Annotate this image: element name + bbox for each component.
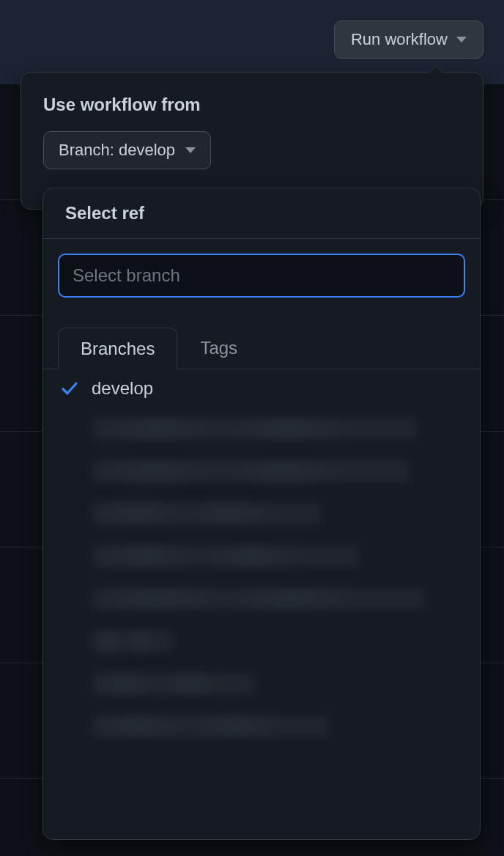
caret-down-icon: [185, 147, 196, 153]
branch-item-redacted[interactable]: [43, 492, 480, 535]
panel-title: Use workflow from: [43, 95, 461, 115]
branch-label: develop: [92, 378, 153, 399]
ref-tabs: Branches Tags: [43, 312, 480, 369]
branch-selector-label: Branch: develop: [59, 141, 175, 160]
branch-item-redacted[interactable]: [43, 663, 480, 705]
branch-item-selected[interactable]: develop: [43, 369, 480, 407]
branch-item-redacted[interactable]: [43, 705, 480, 748]
branch-item-redacted[interactable]: [43, 535, 480, 578]
caret-down-icon: [456, 37, 467, 43]
popover-arrow-icon: [429, 65, 443, 73]
tab-branches[interactable]: Branches: [58, 328, 177, 369]
branch-item-redacted[interactable]: [43, 578, 480, 620]
branch-selector-button[interactable]: Branch: develop: [43, 131, 211, 169]
branch-item-redacted[interactable]: [43, 450, 480, 492]
run-workflow-label: Run workflow: [351, 30, 448, 49]
ref-picker-panel: Select ref Branches Tags develop: [42, 188, 481, 840]
ref-search-input[interactable]: [58, 254, 465, 298]
branch-item-redacted[interactable]: [43, 620, 480, 663]
check-icon: [61, 380, 78, 397]
branch-item-redacted[interactable]: [43, 407, 480, 450]
tab-tags[interactable]: Tags: [177, 327, 260, 369]
ref-search-wrapper: [43, 239, 480, 312]
run-workflow-button[interactable]: Run workflow: [334, 21, 483, 59]
ref-picker-header: Select ref: [43, 188, 480, 239]
branch-list: develop: [43, 369, 480, 839]
ref-picker-title: Select ref: [65, 203, 458, 224]
